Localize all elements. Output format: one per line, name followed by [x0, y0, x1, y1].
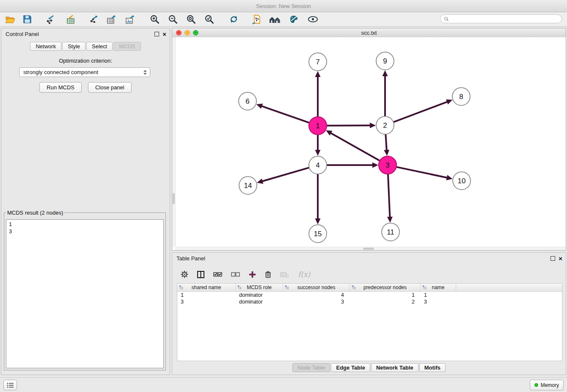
graph-node-label-8: 8 — [459, 93, 463, 101]
memory-label: Memory — [541, 382, 559, 388]
graph-edge-arrowhead — [315, 71, 321, 77]
gear-button[interactable] — [181, 271, 188, 278]
add-column-button[interactable] — [249, 271, 256, 278]
mcds-result-area[interactable]: 13 — [6, 219, 164, 368]
task-history-button[interactable] — [3, 380, 17, 390]
unselect-all-columns-button[interactable] — [231, 272, 240, 277]
zoom-selected-button[interactable] — [203, 14, 215, 25]
close-icon[interactable]: × — [162, 31, 166, 37]
import-table-button[interactable] — [65, 14, 77, 25]
select-all-columns-icon — [213, 272, 222, 277]
tab-node-table[interactable]: Node Table — [292, 363, 330, 372]
close-icon[interactable]: × — [559, 255, 562, 262]
tab-network[interactable]: Network — [30, 42, 61, 51]
save-icon — [23, 15, 32, 24]
graph-edge-3-1[interactable] — [330, 133, 380, 161]
first-neighbors-button[interactable] — [269, 14, 281, 25]
tab-edge-table[interactable]: Edge Table — [331, 363, 370, 372]
canvas-horizontal-scrollbar[interactable] — [175, 247, 566, 250]
close-window-icon[interactable]: × — [176, 30, 182, 36]
refresh-view-button[interactable] — [228, 14, 239, 25]
table-cell: 3 — [421, 299, 456, 305]
float-icon[interactable] — [154, 32, 159, 36]
criterion-dropdown-value: strongly connected component — [23, 69, 98, 75]
tab-select[interactable]: Select — [86, 42, 113, 51]
column-header-shared-name[interactable]: shared name — [177, 284, 236, 291]
graph-edge-1-2[interactable] — [326, 125, 371, 126]
table-panel-title: Table Panel — [176, 255, 205, 262]
column-header-MCDS-role[interactable]: MCDS role — [236, 284, 283, 291]
graph-edge-2-8[interactable] — [393, 102, 448, 122]
search-input[interactable] — [451, 16, 561, 22]
graph-edge-2-3[interactable] — [385, 134, 387, 151]
zoom-in-button[interactable] — [149, 14, 160, 25]
network-canvas[interactable]: 7968124310141511 — [172, 37, 566, 250]
table-cell: 3 — [177, 299, 236, 305]
scrollbar-thumb[interactable] — [363, 248, 374, 250]
column-tree-icon — [237, 285, 242, 290]
tab-motifs[interactable]: Motifs — [419, 363, 446, 372]
export-table-button[interactable] — [105, 14, 117, 25]
graph-edge-3-11[interactable] — [388, 174, 390, 218]
export-network-button[interactable] — [88, 14, 99, 25]
new-network-from-selection-button[interactable] — [251, 14, 263, 25]
close-panel-button[interactable]: Close panel — [88, 82, 132, 93]
import-network-button[interactable] — [44, 14, 56, 25]
graph-node-label-4: 4 — [316, 161, 319, 169]
window-titlebar: Session: New Session — [0, 0, 567, 12]
run-mcds-button[interactable]: Run MCDS — [39, 82, 82, 93]
network-window-title: scc.txt — [172, 30, 566, 36]
graph-node-label-7: 7 — [316, 58, 319, 66]
graph-node-label-9: 9 — [383, 57, 387, 65]
export-table-icon — [107, 15, 116, 24]
function-builder-button[interactable]: f(x) — [298, 270, 310, 279]
refresh-view-icon — [229, 14, 239, 24]
optimization-criterion-label: Optimization criterion: — [1, 58, 170, 64]
scrollbar-thumb[interactable] — [173, 193, 175, 204]
graph-edge-4-14[interactable] — [262, 168, 310, 182]
houses-icon — [269, 15, 281, 24]
search-field[interactable] — [440, 14, 562, 23]
open-file-button[interactable] — [4, 14, 16, 25]
window-title: Session: New Session — [256, 3, 311, 9]
tab-style[interactable]: Style — [62, 42, 85, 51]
save-session-button[interactable] — [21, 14, 33, 25]
zoom-fit-button[interactable] — [185, 14, 197, 25]
show-hide-button[interactable] — [307, 14, 319, 25]
delete-column-button[interactable] — [265, 271, 271, 278]
minimize-window-icon[interactable]: - — [184, 30, 190, 36]
network-graph[interactable]: 7968124310141511 — [172, 37, 566, 250]
memory-button[interactable]: Memory — [530, 380, 564, 390]
apply-style-button[interactable] — [288, 14, 300, 25]
delete-table-button[interactable] — [280, 271, 289, 278]
column-header-name[interactable]: name — [421, 284, 456, 291]
zoom-out-button[interactable] — [167, 14, 179, 25]
column-header-label: successor nodes — [297, 284, 335, 290]
status-bar: Memory — [0, 377, 567, 392]
control-panel: Control Panel × Network Style Select MCD… — [1, 28, 170, 375]
control-panel-header: Control Panel × — [6, 30, 166, 38]
export-image-icon — [125, 15, 135, 24]
network-document-icon — [252, 14, 261, 24]
float-icon[interactable] — [550, 256, 555, 261]
table-row-1[interactable]: 1dominator411 — [177, 292, 562, 298]
column-header-label: name — [432, 284, 444, 290]
window-traffic-lights: ×-+ — [176, 30, 198, 36]
select-all-columns-button[interactable] — [213, 272, 222, 277]
canvas-vertical-scrollbar[interactable] — [172, 37, 176, 247]
column-header-predecessor-nodes[interactable]: predecessor nodes — [350, 284, 421, 291]
criterion-dropdown[interactable]: strongly connected component — [19, 67, 150, 77]
mcds-result-title: MCDS result (2 nodes) — [6, 210, 64, 216]
graph-edge-3-10[interactable] — [396, 167, 448, 178]
table-row-2[interactable]: 3dominator323 — [177, 298, 562, 305]
column-header-successor-nodes[interactable]: successor nodes — [283, 284, 350, 291]
split-view-button[interactable] — [197, 271, 204, 278]
export-image-button[interactable] — [124, 14, 136, 25]
zoom-in-icon — [150, 14, 160, 24]
split-view-icon — [197, 271, 204, 278]
tab-mcds[interactable]: MCDS — [113, 42, 140, 51]
tab-network-table[interactable]: Network Table — [371, 363, 418, 372]
graph-edge-1-6[interactable] — [261, 106, 310, 123]
add-column-icon — [249, 271, 256, 278]
zoom-window-icon[interactable]: + — [193, 30, 198, 36]
